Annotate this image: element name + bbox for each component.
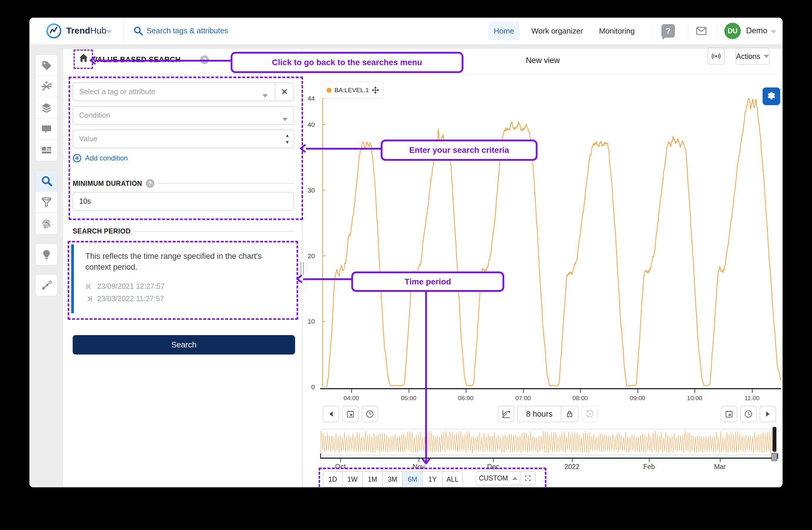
nav-tab-home[interactable]: Home	[488, 22, 519, 40]
callout-search-criteria: Enter your search criteria	[381, 140, 537, 161]
sidebar-item-layout[interactable]	[35, 140, 57, 161]
axis-end-tick	[320, 454, 321, 458]
user-menu-caret-icon[interactable]	[771, 29, 776, 35]
nav-tab-monitoring[interactable]: Monitoring	[594, 22, 640, 40]
live-mode-button[interactable]	[708, 48, 725, 65]
brand-caret-icon[interactable]	[106, 29, 112, 35]
nav-tab-work-organizer[interactable]: Work organizer	[526, 22, 589, 40]
window-duration-group: 8 hours	[517, 406, 578, 422]
x-tick	[695, 389, 695, 393]
sidebar-item-formulas[interactable]	[35, 76, 57, 97]
sidebar-item-fingerprint[interactable]	[35, 213, 57, 234]
move-icon[interactable]	[372, 86, 379, 94]
x-tick-label: 06:00	[452, 394, 479, 402]
sidebar-item-recommendations[interactable]	[35, 244, 57, 265]
x-tick	[351, 389, 352, 393]
x-tick-label: 07:00	[510, 394, 536, 402]
arrowhead-left-icon	[88, 56, 97, 65]
arrowhead-left-icon	[295, 275, 304, 283]
annotation-box-criteria	[69, 76, 303, 220]
sidebar-item-filter[interactable]	[35, 192, 57, 213]
x-tick-label: 08:00	[567, 394, 593, 402]
calendar-start-button[interactable]	[342, 406, 359, 422]
x-tick-label: 11:00	[739, 394, 765, 402]
callout-arrow-line	[96, 60, 231, 61]
time-start-button[interactable]	[362, 406, 378, 422]
tags-search-input[interactable]: Search tags & attributes	[146, 26, 228, 35]
calendar-icon	[346, 409, 355, 418]
context-range-knob[interactable]	[771, 453, 777, 461]
callout-arrow-line	[306, 148, 381, 150]
splitter-grip-icon	[300, 262, 304, 275]
sidebar-item-tags[interactable]	[35, 55, 57, 76]
search-icon[interactable]	[133, 26, 144, 36]
annotation-box-timerange	[319, 468, 546, 487]
brand-name[interactable]: TrendHub	[66, 26, 106, 36]
mail-icon[interactable]	[695, 25, 708, 37]
context-axis	[320, 458, 778, 459]
x-tick-label: 04:00	[338, 394, 364, 402]
toolbar-center-group: 8 hours	[498, 406, 598, 422]
x-tick-label: 10:00	[681, 394, 708, 402]
x-tick	[752, 389, 753, 393]
x-tick	[409, 389, 409, 393]
header-divider	[302, 74, 783, 74]
view-title: New view	[513, 56, 572, 65]
avatar[interactable]: DU	[724, 23, 741, 39]
sidebar-item-machine-learning[interactable]	[35, 275, 57, 296]
search-button[interactable]: Search	[73, 335, 295, 354]
context-range-handle[interactable]	[772, 427, 777, 452]
month-tick	[649, 459, 650, 462]
navbar-divider	[652, 23, 652, 40]
toolbar-left-group	[323, 406, 378, 422]
axis-end-tick	[777, 454, 778, 458]
month-tick	[720, 459, 721, 462]
pan-right-button[interactable]	[760, 406, 776, 422]
panel-splitter-handle[interactable]: ×	[298, 257, 307, 288]
clock-icon	[744, 409, 753, 418]
actions-button[interactable]: Actions	[736, 48, 770, 65]
sidebar-group-ml	[35, 275, 58, 296]
top-navbar: TrendHub Search tags & attributes Home W…	[29, 18, 783, 44]
lock-icon	[565, 410, 574, 418]
screenshot-stage: { "colors": { "accent_purple": "#7a16e8"…	[0, 0, 812, 530]
arrowhead-left-icon	[298, 144, 307, 153]
window-duration-label[interactable]: 8 hours	[517, 406, 561, 422]
user-menu-label[interactable]: Demo	[746, 26, 767, 35]
callout-searches-menu: Click to go back to the searches menu	[231, 52, 463, 73]
month-label: 2022	[556, 463, 588, 471]
month-tick	[340, 459, 341, 462]
sidebar-item-comments[interactable]	[35, 118, 57, 140]
actions-label: Actions	[736, 52, 760, 61]
time-end-button[interactable]	[740, 406, 757, 422]
x-axis	[320, 388, 781, 389]
toolbar-right-group	[721, 406, 776, 422]
series-name: BA:LEVEL.1	[334, 86, 369, 94]
y-tick-label: 10	[297, 318, 315, 325]
context-period-bar[interactable]	[320, 429, 778, 455]
history-back-button[interactable]	[581, 406, 598, 422]
trendhub-logo-icon[interactable]	[46, 23, 62, 39]
month-tick	[419, 459, 419, 462]
sidebar-item-layers[interactable]	[35, 97, 57, 118]
x-tick-label: 09:00	[624, 394, 651, 402]
sidebar-group-data	[35, 55, 58, 161]
section-divider	[134, 231, 294, 232]
x-tick	[523, 389, 524, 393]
sidebar-group-search	[35, 170, 58, 234]
help-icon[interactable]: ?	[661, 24, 675, 38]
x-tick-label: 05:00	[395, 394, 422, 402]
brand-light: Hub	[90, 26, 106, 35]
clock-icon	[365, 409, 374, 418]
trend-steps-icon	[501, 409, 511, 419]
calendar-end-button[interactable]	[721, 406, 737, 422]
compare-trends-button[interactable]	[498, 406, 514, 422]
x-tick	[466, 389, 466, 393]
navbar-divider	[688, 23, 688, 40]
brand-bold: Trend	[66, 26, 90, 35]
legend-chip[interactable]: BA:LEVEL.1	[322, 82, 383, 99]
lock-duration-button[interactable]	[561, 406, 578, 422]
sidebar-item-search[interactable]	[35, 170, 57, 192]
pan-left-button[interactable]	[323, 406, 339, 422]
annotation-box-period	[68, 241, 298, 320]
